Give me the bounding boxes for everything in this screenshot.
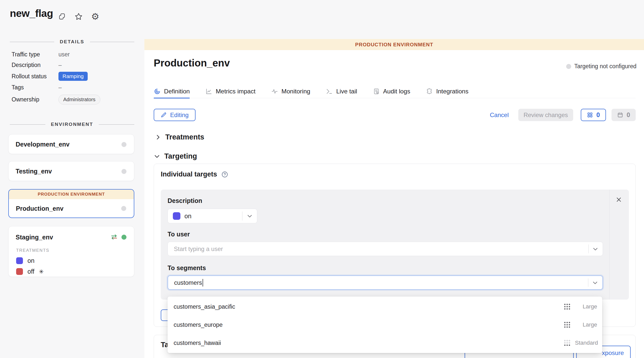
close-icon[interactable] [615,196,623,204]
env-card-production[interactable]: PRODUCTION ENVIRONMENT Production_env [8,189,134,218]
rule-actions-divider [609,190,609,300]
treatments-heading: TREATMENTS [9,244,134,253]
segments-dropdown: customers_asia_pacific Large customers_e… [168,297,602,353]
env-name-staging: Staging_env [16,234,53,241]
review-changes-button[interactable]: Review changes [518,109,573,121]
env-card-development[interactable]: Development_env [8,134,134,154]
star-icon[interactable] [74,12,83,21]
tab-audit-logs-label: Audit logs [383,88,410,95]
segment-name: customers_asia_pacific [174,303,563,310]
detail-row-ownership: Ownership Administrators [12,95,134,104]
select-separator [242,211,242,221]
tab-integrations-label: Integrations [436,88,468,95]
details-heading: DETAILS [60,39,84,45]
treatment-off-label: off [27,268,34,275]
env-status-dot-green [121,235,126,240]
help-icon[interactable] [221,171,228,178]
calendar-icon [617,112,623,118]
segment-large-grid-icon [563,303,571,310]
tab-monitoring[interactable]: Monitoring [271,86,310,98]
audit-log-icon [373,88,380,95]
gear-icon[interactable]: ⚙ [91,12,100,21]
text-caret [203,279,203,287]
to-user-input[interactable] [168,245,603,253]
treatment-on-swatch [173,212,180,220]
title-actions: ⚙ [57,12,100,21]
env-status-dot-gray [121,169,126,174]
env-status-dot-gray [121,206,126,211]
editing-button-label: Editing [170,112,188,119]
changes-count-button[interactable]: 0 [581,109,606,121]
individual-targets-header: Individual targets [161,170,228,178]
segment-option-asia-pacific[interactable]: customers_asia_pacific Large [168,298,602,316]
targeting-section-title: Targeting [164,152,197,160]
detail-row-traffic-type: Traffic type user [12,51,134,58]
to-segments-input-value: customers [168,279,202,286]
description-label: Description [12,62,58,68]
treatment-off-row: off ✳ [9,264,134,275]
segment-name: customers_europe [174,321,563,328]
segment-option-europe[interactable]: customers_europe Large [168,316,602,334]
env-name-production: Production_env [16,205,63,212]
env-card-testing[interactable]: Testing_env [8,161,134,181]
treatment-on-label: on [27,257,35,264]
cancel-link[interactable]: Cancel [490,112,509,119]
segment-size-label: Large [575,321,597,328]
to-segments-label: To segments [168,264,206,272]
chevron-down-icon [246,212,253,220]
traffic-type-label: Traffic type [12,51,58,58]
env-status-dot-gray [121,142,126,147]
copy-icon[interactable] [57,12,67,21]
targeting-status-text: Targeting not configured [574,63,636,70]
tab-audit-logs[interactable]: Audit logs [373,86,410,98]
environment-divider: ENVIRONMENT [10,122,134,127]
default-treatment-icon: ✳ [39,268,44,275]
treatments-section-toggle[interactable]: Treatments [155,133,204,141]
production-env-card-banner: PRODUCTION ENVIRONMENT [9,190,134,199]
editing-button[interactable]: Editing [154,109,196,121]
segment-size-label: Standard [575,340,597,346]
detail-row-rollout-status: Rollout status Ramping [12,72,134,81]
detail-row-tags: Tags – [12,84,134,91]
changes-count: 0 [596,111,600,119]
segment-option-hawaii[interactable]: customers_hawaii Standard [168,334,602,352]
segment-large-grid-icon [563,321,571,329]
scheduled-count-button[interactable]: 0 [611,109,636,121]
targeting-status: Targeting not configured [566,63,636,70]
swap-arrows-icon [110,233,118,241]
to-segments-combobox[interactable]: customers [168,275,603,290]
treatment-on-row: on [9,253,134,264]
treatment-off-swatch [16,268,23,275]
chevron-down-icon [592,279,599,286]
page-title: new_flag [10,8,53,19]
env-name-testing: Testing_env [16,168,52,175]
select-separator [588,278,588,287]
env-name-development: Development_env [16,141,70,148]
actions-right: Cancel Review changes 0 0 [490,109,636,121]
tab-live-tail[interactable]: Live tail [326,86,357,98]
description-value: – [58,62,62,68]
tab-metrics-impact[interactable]: Metrics impact [205,86,255,98]
tab-definition-label: Definition [164,88,190,95]
tab-integrations[interactable]: Integrations [426,86,468,98]
segment-size-label: Large [575,303,597,310]
treatments-section-title: Treatments [165,133,204,141]
chevron-right-icon [155,134,161,140]
ownership-label: Ownership [12,96,58,103]
to-user-label: To user [168,231,190,238]
segment-standard-grid-icon [563,339,571,347]
tab-definition[interactable]: Definition [154,86,190,98]
treatment-select-value: on [184,212,191,220]
targeting-section-toggle[interactable]: Targeting [154,152,197,160]
description-field-label: Description [168,197,202,204]
status-dot-icon [566,64,571,69]
details-divider: DETAILS [10,39,134,45]
treatment-select[interactable]: on [168,209,257,223]
select-separator [588,244,589,253]
chevron-down-icon [592,245,599,253]
tab-bar: Definition Metrics impact Monitoring Liv… [154,86,636,98]
terminal-icon [326,88,333,95]
rollout-status-badge[interactable]: Ramping [58,72,88,81]
ownership-pill[interactable]: Administrators [58,95,100,104]
env-card-staging[interactable]: Staging_env TREATMENTS on off ✳ [8,226,134,277]
